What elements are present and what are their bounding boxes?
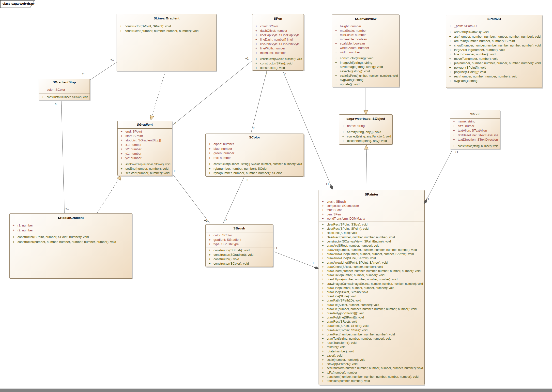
operation-row[interactable]: +constructor(string): void bbox=[332, 56, 399, 60]
operation-row[interactable]: +drawPolygon(SPoint[]): void bbox=[319, 311, 424, 316]
operation-row[interactable]: +lineTo(number, number): void bbox=[446, 52, 542, 57]
edge-sgradient-sbrush[interactable] bbox=[172, 173, 211, 224]
attribute-row[interactable]: +alpha: number bbox=[206, 142, 304, 147]
operation-row[interactable]: +clearRect(number, number, number, numbe… bbox=[319, 235, 424, 240]
operation-row[interactable]: +drawArrowLine(number, number, number, n… bbox=[319, 252, 424, 256]
class-spath2d[interactable]: SPath2D +_path: SPath2D +addPath(SPath2D… bbox=[446, 15, 542, 88]
operation-row[interactable]: +constructor(number, number, number, num… bbox=[117, 29, 216, 33]
attribute-row[interactable]: +r1: number bbox=[10, 223, 132, 228]
operation-row[interactable]: +translate(number, number): void bbox=[319, 379, 424, 383]
attribute-row[interactable]: +y1: number bbox=[118, 151, 172, 156]
operation-row[interactable]: +clearRect(SRect): void bbox=[319, 231, 424, 235]
edge-slineargradient-sgradient[interactable] bbox=[151, 71, 165, 120]
operation-row[interactable]: +constructor(SColor, number): void bbox=[252, 57, 304, 61]
operation-row[interactable]: +drawChord(number, number, number, numbe… bbox=[319, 269, 424, 273]
attribute-row[interactable]: +wheelZoom: number bbox=[332, 46, 399, 50]
operation-row[interactable]: +rotate(number): void bbox=[319, 349, 424, 354]
attribute-row[interactable]: +_path: SPath2D bbox=[446, 24, 542, 28]
attribute-row[interactable]: +x2: number bbox=[118, 147, 172, 151]
edge-sgradientstop-sradialgradient[interactable] bbox=[61, 100, 64, 213]
attribute-row[interactable]: +dashOffset: number bbox=[252, 29, 304, 33]
operation-row[interactable]: +moveTo(number, number): void bbox=[446, 57, 542, 61]
operation-row[interactable]: +chord(number, number, number, number, n… bbox=[446, 43, 542, 48]
operation-row[interactable]: +scale(number, number): void bbox=[319, 358, 424, 362]
operation-row[interactable]: +drawArrowLine(SPoint, SPoint, SArrow): … bbox=[319, 261, 424, 265]
attribute-row[interactable]: +width: number bbox=[332, 50, 399, 55]
attribute-row[interactable]: +moveable: boolean bbox=[332, 37, 399, 42]
attribute-row[interactable]: +textDirection: STextDirection bbox=[450, 137, 500, 142]
operation-row[interactable]: +drawLine(SLine): void bbox=[319, 294, 424, 299]
operation-row[interactable]: +arcPoint(number, number, number): SPoin… bbox=[446, 39, 542, 43]
class-sradialgradient[interactable]: SRadialGradient +r1: number+r2: number +… bbox=[9, 213, 132, 279]
attribute-row[interactable]: -color: SColor bbox=[39, 87, 90, 92]
attribute-row[interactable]: +size: numer bbox=[450, 124, 500, 129]
operation-row[interactable]: +rgba(number, number, number, number): S… bbox=[206, 171, 304, 176]
attribute-row[interactable]: +pen: SPen bbox=[319, 212, 424, 217]
operation-row[interactable]: +drawPie(number, number, number, number,… bbox=[319, 307, 424, 311]
operation-row[interactable]: +rgb(number, number, number): SColor bbox=[206, 166, 304, 171]
operation-row[interactable]: +constructor(): void bbox=[252, 66, 304, 70]
attribute-row[interactable]: +textBaseLine: STextBaseLine bbox=[450, 133, 500, 138]
operation-row[interactable]: +constructor(number, SColor): void bbox=[39, 94, 90, 100]
operation-row[interactable]: +drawPolyline(SPoint[]): void bbox=[319, 316, 424, 320]
operation-row[interactable]: +addColorStop(number, SColor): void bbox=[118, 162, 172, 166]
attribute-row[interactable]: +green: number bbox=[206, 151, 304, 156]
operation-row[interactable]: +clearRect(SPoint, SPoint): void bbox=[319, 227, 424, 231]
operation-row[interactable]: +svgPath(): string bbox=[446, 79, 542, 83]
class-sgradient[interactable]: SGradient +end: SPoint+start: SPoint+sto… bbox=[117, 121, 172, 176]
operation-row[interactable]: +drawRect(SPoint, SPoint): void bbox=[319, 324, 424, 328]
class-sbrush[interactable]: SBrush +color: SColor+gradient: SGradien… bbox=[205, 224, 273, 267]
edge-sradialgradient-sgradient[interactable] bbox=[97, 176, 121, 213]
attribute-row[interactable]: +color: SColor bbox=[206, 233, 273, 238]
operation-row[interactable]: +connect(string, any, Function): void bbox=[339, 134, 392, 139]
attribute-row[interactable]: +composite: SComposite bbox=[319, 204, 424, 208]
operation-row[interactable]: +drawPie(SRect, number, number): void bbox=[319, 303, 424, 307]
attribute-row[interactable]: +blue: number bbox=[206, 147, 304, 151]
operation-row[interactable]: +saveImage(string, string): void bbox=[332, 65, 399, 69]
edge-sbrush-spainter[interactable] bbox=[273, 251, 319, 269]
class-slineargradient[interactable]: SLinearGradient +constructor(SPoint, SPo… bbox=[117, 14, 216, 71]
operation-row[interactable]: +arc(number, number, number, number, num… bbox=[446, 34, 542, 39]
attribute-row[interactable]: +x1: number bbox=[118, 143, 172, 147]
attribute-row[interactable]: +worldTransform: DOMMatrix bbox=[319, 217, 424, 221]
attribute-row[interactable]: +start: SPoint bbox=[118, 134, 172, 138]
attribute-row[interactable]: +minScale: number bbox=[332, 33, 399, 37]
class-scanvasview[interactable]: SCanvasView +height: number+maxScale: nu… bbox=[332, 15, 399, 87]
operation-row[interactable]: +disconnect(string, any): void bbox=[339, 139, 392, 143]
edge-scolor-sbrush[interactable] bbox=[223, 177, 244, 224]
operation-row[interactable]: +constructor(SPoint, SPoint): void bbox=[117, 24, 216, 29]
attribute-row[interactable]: +y2: number bbox=[118, 156, 172, 160]
edge-spen-scolor[interactable] bbox=[251, 71, 267, 134]
operation-row[interactable]: +saveSvg(string): void bbox=[332, 69, 399, 74]
operation-row[interactable]: +svgData(): string bbox=[332, 78, 399, 82]
operation-row[interactable]: +setEnd(number, number): void bbox=[118, 166, 172, 171]
attribute-row[interactable]: +red: number bbox=[206, 156, 304, 160]
operation-row[interactable]: +pie(number, number, number, number, num… bbox=[446, 61, 542, 65]
attribute-row[interactable]: +textAlign: STextAlign bbox=[450, 128, 500, 133]
operation-row[interactable]: +rect(number, number, number, number): v… bbox=[446, 74, 542, 79]
attribute-row[interactable]: +scalable: boolean bbox=[332, 41, 399, 46]
operation-row[interactable]: +restore(): void bbox=[319, 345, 424, 349]
attribute-row[interactable]: +r2: number bbox=[10, 228, 132, 233]
attribute-row[interactable]: +font: SFont bbox=[319, 208, 424, 212]
operation-row[interactable]: +constructor(): void bbox=[206, 257, 273, 261]
operation-row[interactable]: +drawLine(number, number, number, number… bbox=[319, 286, 424, 290]
operation-row[interactable]: +polyline(SPoint[]): void bbox=[446, 70, 542, 74]
attribute-row[interactable]: +lineDash: number[] | null bbox=[252, 37, 304, 42]
operation-row[interactable]: +setClip(SPath2D): void bbox=[319, 362, 424, 366]
attribute-row[interactable]: +end: SPoint bbox=[118, 129, 172, 134]
operation-row[interactable]: +scaleByPoint(number, number, number): v… bbox=[332, 74, 399, 78]
attribute-row[interactable]: +stopList: SGradientStop[] bbox=[118, 138, 172, 143]
operation-row[interactable]: +polygon(SPoint[]): void bbox=[446, 65, 542, 70]
class-spainter[interactable]: SPainter +brush: SBrush+composite: SComp… bbox=[319, 190, 425, 385]
operation-row[interactable]: +addPath(SPath2D): void bbox=[446, 30, 542, 34]
operation-row[interactable]: +update(): void bbox=[332, 82, 399, 87]
operation-row[interactable]: +drawPath(SPath2D): void bbox=[319, 299, 424, 303]
operation-row[interactable]: +drawEllipse(number, number, number, num… bbox=[319, 277, 424, 282]
class-saga-web-base-sobject[interactable]: saga-web-base::SObject +name: string +$e… bbox=[339, 114, 393, 145]
operation-row[interactable]: +constructor(SBrush): void bbox=[206, 248, 273, 253]
operation-row[interactable]: +drawText(string, number, number, number… bbox=[319, 337, 424, 341]
operation-row[interactable]: +drawCircle(number, number, number): voi… bbox=[319, 273, 424, 277]
edge-spainter-sobject[interactable] bbox=[366, 145, 367, 190]
attribute-row[interactable]: +gradient: SGradient bbox=[206, 238, 273, 242]
